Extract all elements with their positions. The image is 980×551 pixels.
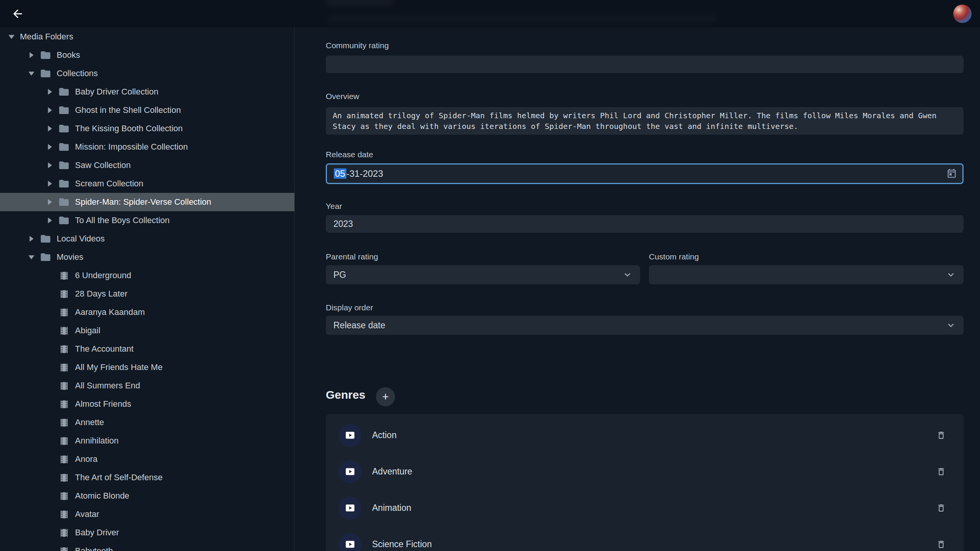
community-rating-input[interactable] (326, 55, 964, 73)
caret-icon (45, 271, 54, 280)
folder-icon (58, 178, 70, 189)
tree-item[interactable]: Anora (0, 450, 294, 468)
tree-item[interactable]: 28 Days Later (0, 285, 294, 303)
tree-item[interactable]: Avatar (0, 505, 294, 523)
tree-item[interactable]: To All the Boys Collection (0, 211, 294, 230)
tree-item[interactable]: Local Videos (0, 230, 294, 248)
caret-icon (45, 473, 54, 482)
genre-avatar (338, 460, 361, 483)
caret-right-icon[interactable] (45, 216, 54, 225)
caret-right-icon[interactable] (45, 161, 54, 170)
custom-rating-label: Custom rating (649, 252, 699, 262)
genre-row[interactable]: Animation (326, 490, 964, 526)
user-avatar[interactable] (953, 5, 972, 23)
movie-icon (58, 453, 70, 465)
overview-textarea[interactable]: An animated trilogy of Spider-Man films … (326, 107, 964, 135)
tree-item[interactable]: Media Folders (0, 28, 294, 46)
tree-item[interactable]: The Accountant (0, 340, 294, 358)
back-arrow-icon (11, 7, 24, 20)
delete-genre-button[interactable] (935, 538, 947, 551)
calendar-icon[interactable] (946, 168, 957, 179)
movie-icon (58, 270, 70, 281)
genre-label: Animation (372, 503, 935, 513)
genre-label: Action (372, 430, 935, 440)
caret-right-icon[interactable] (45, 142, 54, 152)
genre-row[interactable]: Action (326, 417, 964, 453)
date-selected-segment: 05 (334, 168, 346, 179)
caret-icon (45, 344, 54, 354)
caret-right-icon[interactable] (45, 197, 54, 207)
tree-item[interactable]: Collections (0, 64, 294, 83)
delete-genre-button[interactable] (935, 465, 947, 478)
movie-icon (58, 306, 70, 318)
caret-icon (45, 510, 54, 519)
tree-item[interactable]: All Summers End (0, 377, 294, 395)
caret-right-icon[interactable] (27, 51, 36, 60)
tree-item[interactable]: Scream Collection (0, 174, 294, 193)
delete-genre-button[interactable] (935, 429, 947, 442)
tree-item[interactable]: Books (0, 46, 294, 64)
movie-icon (58, 545, 70, 551)
back-button[interactable] (8, 5, 27, 23)
folder-icon (58, 196, 70, 208)
tree-item-label: 6 Underground (75, 271, 131, 280)
year-input[interactable] (326, 215, 964, 233)
tree-item[interactable]: The Kissing Booth Collection (0, 119, 294, 138)
tree-item[interactable]: The Art of Self-Defense (0, 468, 294, 487)
parental-rating-select[interactable]: PG (326, 265, 640, 284)
caret-right-icon[interactable] (27, 234, 36, 243)
display-order-select[interactable]: Release date (326, 316, 964, 335)
tree-item[interactable]: Movies (0, 248, 294, 266)
caret-icon (45, 436, 54, 445)
tree-item[interactable]: Ghost in the Shell Collection (0, 101, 294, 119)
caret-icon (45, 491, 54, 500)
date-rest-segment: -31-2023 (346, 168, 383, 179)
tree-item[interactable]: Atomic Blonde (0, 487, 294, 505)
caret-icon (45, 308, 54, 317)
caret-right-icon[interactable] (45, 106, 54, 115)
tree-item-label: Saw Collection (75, 160, 131, 170)
year-label: Year (326, 201, 342, 211)
genre-row[interactable]: Adventure (326, 453, 964, 490)
tree-item-label: Annihilation (75, 436, 119, 446)
genre-row[interactable]: Science Fiction (326, 526, 964, 551)
caret-down-icon[interactable] (7, 32, 16, 41)
release-date-label: Release date (326, 150, 373, 160)
caret-down-icon[interactable] (27, 69, 36, 78)
delete-genre-button[interactable] (935, 502, 947, 514)
tree-item-label: Books (57, 50, 80, 60)
genre-avatar (338, 497, 361, 520)
custom-rating-select[interactable] (649, 265, 964, 284)
tree-item[interactable]: Spider-Man: Spider-Verse Collection (0, 193, 294, 211)
caret-icon (45, 399, 54, 409)
tree-item[interactable]: Baby Driver Collection (0, 83, 294, 101)
movie-icon (58, 288, 70, 300)
genre-avatar (338, 424, 361, 447)
caret-down-icon[interactable] (27, 253, 36, 262)
tree-item-label: Spider-Man: Spider-Verse Collection (75, 197, 211, 207)
tree-item[interactable]: Babyteeth (0, 542, 294, 551)
trash-icon (936, 430, 946, 440)
tree-item[interactable]: Baby Driver (0, 523, 294, 542)
folder-icon (58, 215, 70, 226)
caret-right-icon[interactable] (45, 87, 54, 96)
add-genre-button[interactable]: + (376, 387, 395, 406)
tree-item[interactable]: Annette (0, 413, 294, 432)
tree-item-label: Mission: Impossible Collection (75, 142, 188, 152)
movie-icon (58, 398, 70, 410)
caret-icon (45, 326, 54, 335)
tree-item[interactable]: Saw Collection (0, 156, 294, 174)
release-date-input[interactable]: 05-31-2023 (326, 163, 964, 184)
tree-item[interactable]: All My Friends Hate Me (0, 358, 294, 377)
tree-item-label: To All the Boys Collection (75, 215, 170, 225)
tree-item[interactable]: Aaranya Kaandam (0, 303, 294, 321)
tree-item-label: Abigail (75, 326, 100, 336)
tree-item[interactable]: Abigail (0, 321, 294, 340)
tree-item-label: Baby Driver (75, 528, 119, 538)
tree-item[interactable]: Annihilation (0, 432, 294, 450)
tree-item[interactable]: Mission: Impossible Collection (0, 138, 294, 156)
caret-right-icon[interactable] (45, 124, 54, 133)
caret-right-icon[interactable] (45, 179, 54, 188)
tree-item[interactable]: 6 Underground (0, 266, 294, 285)
tree-item[interactable]: Almost Friends (0, 395, 294, 413)
